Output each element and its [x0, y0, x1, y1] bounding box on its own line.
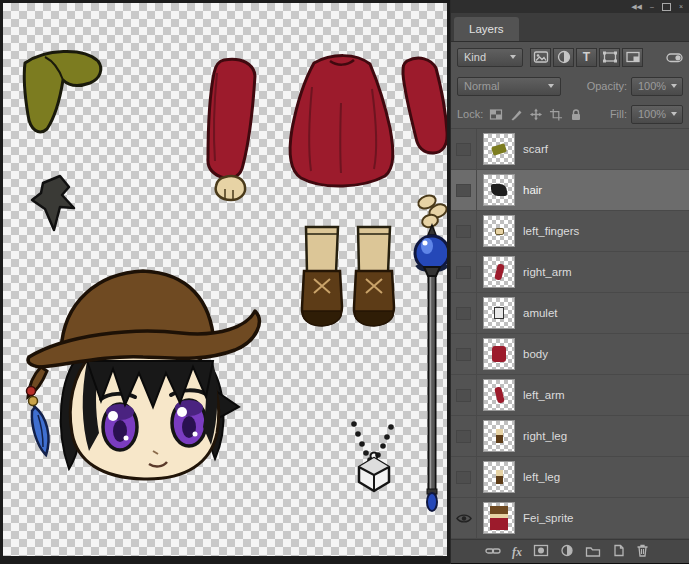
layer-mask-icon[interactable]	[533, 543, 549, 561]
thumb-mark	[490, 506, 508, 530]
panel-tabstrip: Layers	[451, 13, 689, 42]
layer-group-icon[interactable]	[585, 543, 601, 561]
hidden-eye-well	[456, 307, 471, 320]
layer-thumbnail[interactable]	[483, 297, 515, 329]
layer-thumbnail[interactable]	[483, 215, 515, 247]
hidden-eye-well	[456, 143, 471, 156]
adjustment-layer-icon[interactable]	[560, 543, 574, 561]
hidden-eye-well	[456, 266, 471, 279]
photoshop-window: ◀◀ – × Layers Kind T	[0, 0, 689, 564]
layer-thumbnail[interactable]	[483, 174, 515, 206]
layer-thumbnail[interactable]	[483, 420, 515, 452]
minimize-icon[interactable]: –	[650, 3, 654, 10]
layer-effects-icon[interactable]: fx	[512, 546, 522, 558]
pixel-layer-filter-icon[interactable]	[530, 48, 551, 67]
lock-paint-icon[interactable]	[509, 108, 523, 121]
body-sprite	[290, 56, 393, 186]
tab-layers[interactable]: Layers	[454, 17, 519, 41]
thumb-mark	[496, 429, 503, 443]
right-arm-sprite	[403, 58, 447, 153]
layers-panel: ◀◀ – × Layers Kind T	[450, 0, 689, 564]
lock-all-icon[interactable]	[569, 108, 583, 121]
fill-dropdown[interactable]: 100%	[631, 105, 683, 124]
visibility-toggle[interactable]	[451, 252, 477, 292]
new-layer-icon[interactable]	[612, 543, 625, 561]
thumb-mark	[491, 143, 507, 156]
layer-name: left_leg	[523, 471, 560, 483]
blend-row: Normal Opacity: 100%	[451, 72, 689, 100]
staff-sprite	[415, 225, 447, 511]
visibility-toggle[interactable]	[451, 457, 477, 497]
layer-row-amulet[interactable]: amulet	[451, 293, 689, 334]
blend-mode-value: Normal	[464, 80, 499, 92]
lock-transparency-icon[interactable]	[489, 108, 503, 121]
adjustment-layer-filter-icon[interactable]	[553, 48, 574, 67]
chevron-down-icon	[671, 112, 677, 116]
delete-layer-icon[interactable]	[636, 543, 649, 561]
thumb-mark	[494, 263, 505, 280]
thumb-mark	[494, 307, 504, 319]
lock-row: Lock: Fill: 100%	[451, 100, 689, 128]
thumb-mark	[491, 184, 507, 196]
layer-name: scarf	[523, 143, 548, 155]
fill-value: 100%	[638, 108, 666, 120]
layer-row-right-leg[interactable]: right_leg	[451, 416, 689, 457]
opacity-label: Opacity:	[587, 80, 627, 92]
layer-thumbnail[interactable]	[483, 133, 515, 165]
opacity-value: 100%	[638, 80, 666, 92]
layer-thumbnail[interactable]	[483, 461, 515, 493]
visibility-toggle[interactable]	[451, 129, 477, 169]
thumb-mark	[492, 346, 506, 362]
layer-row-hair[interactable]: hair	[451, 170, 689, 211]
kind-filter-dropdown[interactable]: Kind	[457, 48, 523, 67]
scarf-sprite	[24, 51, 101, 131]
layer-row-fei-sprite[interactable]: Fei_sprite	[451, 498, 689, 539]
visibility-toggle[interactable]	[451, 498, 477, 538]
sprite-artwork	[3, 3, 447, 556]
type-layer-filter-icon[interactable]: T	[576, 48, 597, 67]
thumb-mark	[496, 470, 503, 484]
visibility-toggle[interactable]	[451, 293, 477, 333]
visibility-toggle[interactable]	[451, 334, 477, 374]
collapse-panels-icon[interactable]: ◀◀	[631, 3, 642, 10]
visibility-toggle[interactable]	[451, 375, 477, 415]
shape-layer-filter-icon[interactable]	[599, 48, 620, 67]
blend-mode-dropdown[interactable]: Normal	[457, 77, 561, 96]
layer-row-left-leg[interactable]: left_leg	[451, 457, 689, 498]
layer-thumbnail[interactable]	[483, 338, 515, 370]
layer-thumbnail[interactable]	[483, 502, 515, 534]
close-icon[interactable]: ×	[679, 3, 683, 10]
visibility-toggle[interactable]	[451, 170, 477, 210]
layer-name: amulet	[523, 307, 558, 319]
layer-name: right_arm	[523, 266, 572, 278]
link-layers-icon[interactable]	[485, 543, 501, 561]
layer-row-right-arm[interactable]: right_arm	[451, 252, 689, 293]
layer-row-scarf[interactable]: scarf	[451, 129, 689, 170]
glove-sprite	[32, 176, 74, 230]
opacity-dropdown[interactable]: 100%	[631, 77, 683, 96]
layer-row-left-arm[interactable]: left_arm	[451, 375, 689, 416]
visibility-toggle[interactable]	[451, 416, 477, 456]
layer-name: left_arm	[523, 389, 565, 401]
lock-artboard-icon[interactable]	[549, 108, 563, 121]
smart-object-filter-icon[interactable]	[622, 48, 643, 67]
fingers-sprite	[416, 193, 447, 229]
hidden-eye-well	[456, 348, 471, 361]
layer-name: body	[523, 348, 548, 360]
layer-thumbnail[interactable]	[483, 379, 515, 411]
layer-filtering-toggle[interactable]	[666, 50, 683, 65]
layer-name: Fei_sprite	[523, 512, 574, 524]
layer-name: hair	[523, 184, 542, 196]
document-canvas[interactable]	[3, 3, 447, 556]
hidden-eye-well	[456, 471, 471, 484]
layer-name: right_leg	[523, 430, 567, 442]
eye-icon	[456, 513, 472, 524]
restore-icon[interactable]	[662, 3, 671, 11]
visibility-toggle[interactable]	[451, 211, 477, 251]
layer-thumbnail[interactable]	[483, 256, 515, 288]
layer-row-body[interactable]: body	[451, 334, 689, 375]
lock-position-icon[interactable]	[529, 108, 543, 121]
layer-filter-row: Kind T	[451, 42, 689, 72]
filter-icons: T	[530, 48, 643, 67]
layer-row-left-fingers[interactable]: left_fingers	[451, 211, 689, 252]
